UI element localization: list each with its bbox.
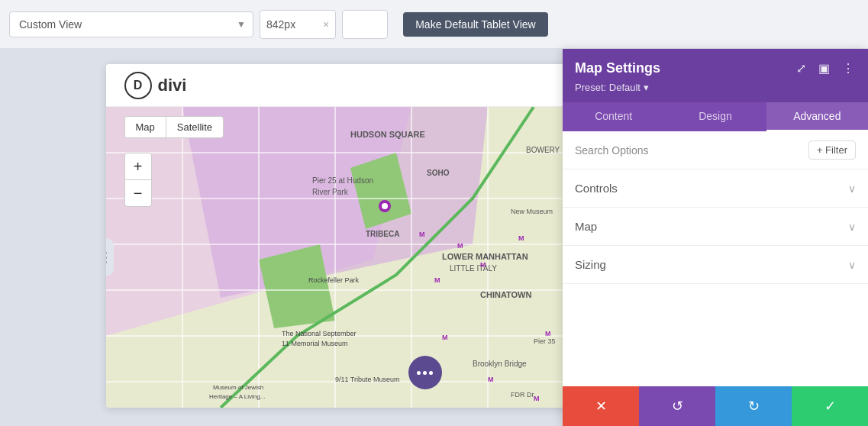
sizing-section-header[interactable]: Sizing ∨	[563, 246, 868, 283]
zoom-controls: + −	[124, 153, 152, 207]
svg-text:9/11 Tribute Museum: 9/11 Tribute Museum	[335, 376, 400, 383]
svg-text:TRIBECA: TRIBECA	[366, 230, 399, 238]
svg-text:M: M	[518, 234, 524, 242]
map-section-header[interactable]: Map ∨	[563, 208, 868, 245]
drag-dot-3	[106, 261, 108, 263]
controls-section-header[interactable]: Controls ∨	[563, 169, 868, 207]
map-type-buttons: Map Satellite	[124, 116, 224, 138]
dots-inner	[417, 371, 433, 375]
sizing-section-title: Sizing	[575, 258, 606, 271]
preset-row: Preset: Default ▾	[575, 82, 856, 93]
settings-header: Map Settings ⤢ ▣ ⋮ Preset: Default ▾	[563, 49, 868, 102]
view-select-wrapper: Custom View Desktop View Tablet View Mob…	[9, 11, 253, 37]
width-input[interactable]	[266, 18, 320, 31]
cancel-button[interactable]: ✕	[563, 386, 639, 426]
svg-text:HUDSON SQUARE: HUDSON SQUARE	[350, 130, 425, 139]
dot-3	[429, 371, 433, 375]
map-section-title: Map	[575, 220, 597, 233]
settings-header-icons: ⤢ ▣ ⋮	[795, 60, 856, 77]
settings-title-row: Map Settings ⤢ ▣ ⋮	[575, 60, 856, 77]
svg-text:FDR Dr.: FDR Dr.	[511, 391, 536, 399]
save-button[interactable]: ✓	[792, 386, 868, 426]
svg-text:M: M	[442, 334, 448, 341]
view-select[interactable]: Custom View Desktop View Tablet View Mob…	[9, 11, 253, 37]
search-options-label: Search Options	[575, 144, 802, 157]
controls-section: Controls ∨	[563, 169, 868, 208]
px-input-wrapper: ×	[260, 10, 336, 39]
close-icon[interactable]: ×	[323, 18, 329, 31]
svg-text:M: M	[488, 376, 494, 383]
map-section: Map ∨	[563, 208, 868, 246]
zoom-out-button[interactable]: −	[125, 180, 151, 206]
main-content: D divi 🛒 🔍	[0, 49, 868, 426]
drag-dot-1	[106, 252, 108, 254]
svg-text:New Museum: New Museum	[511, 208, 553, 215]
svg-text:Brooklyn Bridge: Brooklyn Bridge	[473, 360, 527, 368]
svg-text:M: M	[545, 330, 551, 337]
settings-body: Controls ∨ Map ∨ Sizing ∨	[563, 169, 868, 386]
top-toolbar: Custom View Desktop View Tablet View Mob…	[0, 0, 868, 49]
tab-content[interactable]: Content	[563, 102, 664, 131]
controls-section-title: Controls	[575, 182, 618, 195]
preset-label: Preset: Default	[575, 82, 641, 93]
controls-chevron-icon: ∨	[848, 182, 856, 195]
resize-drag-handle[interactable]	[106, 238, 114, 276]
sizing-chevron-icon: ∨	[848, 259, 856, 271]
svg-text:Heritage – A Living...: Heritage – A Living...	[209, 393, 265, 400]
svg-text:Rockefeller Park: Rockefeller Park	[308, 276, 360, 284]
floating-dots-button[interactable]	[408, 356, 442, 389]
svg-text:SOHO: SOHO	[427, 169, 450, 177]
svg-text:M: M	[434, 276, 440, 284]
svg-text:Pier 35: Pier 35	[534, 337, 556, 345]
filter-button[interactable]: + Filter	[808, 140, 856, 160]
svg-text:M: M	[419, 231, 425, 238]
extra-width-input[interactable]	[342, 10, 388, 39]
svg-text:The National September: The National September	[282, 330, 357, 337]
svg-text:CHINATOWN: CHINATOWN	[480, 290, 531, 299]
map-chevron-icon: ∨	[848, 221, 856, 233]
tab-design[interactable]: Design	[664, 102, 766, 131]
make-default-tablet-button[interactable]: Make Default Tablet View	[403, 12, 547, 37]
svg-text:BOWERY: BOWERY	[526, 146, 560, 154]
settings-tabs: Content Design Advanced	[563, 102, 868, 131]
settings-actions: ✕ ↺ ↻ ✓	[563, 386, 868, 426]
svg-text:11 Memorial Museum: 11 Memorial Museum	[282, 340, 348, 347]
settings-search-row: Search Options + Filter	[563, 131, 868, 169]
svg-text:Pier 25 at Hudson: Pier 25 at Hudson	[312, 176, 373, 185]
tab-advanced[interactable]: Advanced	[766, 102, 868, 131]
logo-area: D divi	[124, 72, 187, 99]
dot-1	[417, 371, 421, 375]
settings-panel-title: Map Settings	[575, 60, 660, 76]
split-view-icon[interactable]: ▣	[817, 60, 831, 77]
more-options-icon[interactable]: ⋮	[841, 60, 856, 77]
logo-text: divi	[158, 76, 187, 95]
svg-text:M: M	[480, 261, 486, 269]
map-type-satellite-button[interactable]: Satellite	[166, 117, 223, 137]
sizing-section: Sizing ∨	[563, 246, 868, 284]
svg-text:River Park: River Park	[312, 188, 349, 196]
drag-dot-2	[106, 257, 108, 259]
map-type-map-button[interactable]: Map	[125, 117, 166, 137]
dot-2	[423, 371, 427, 375]
svg-text:M: M	[457, 242, 463, 250]
zoom-in-button[interactable]: +	[125, 153, 151, 179]
svg-text:LITTLE ITALY: LITTLE ITALY	[450, 264, 497, 273]
drag-dots	[106, 252, 108, 263]
preset-dropdown[interactable]: Preset: Default ▾	[575, 82, 649, 93]
svg-text:LOWER MANHATTAN: LOWER MANHATTAN	[442, 252, 528, 261]
logo-icon: D	[124, 72, 152, 99]
svg-text:Museum of Jewish: Museum of Jewish	[213, 384, 263, 391]
settings-panel: Map Settings ⤢ ▣ ⋮ Preset: Default ▾ Con…	[563, 49, 868, 426]
fullscreen-icon[interactable]: ⤢	[795, 60, 808, 77]
reset-button[interactable]: ↺	[639, 386, 715, 426]
redo-button[interactable]: ↻	[715, 386, 792, 426]
svg-point-35	[382, 203, 388, 209]
preset-chevron-icon: ▾	[644, 82, 649, 93]
